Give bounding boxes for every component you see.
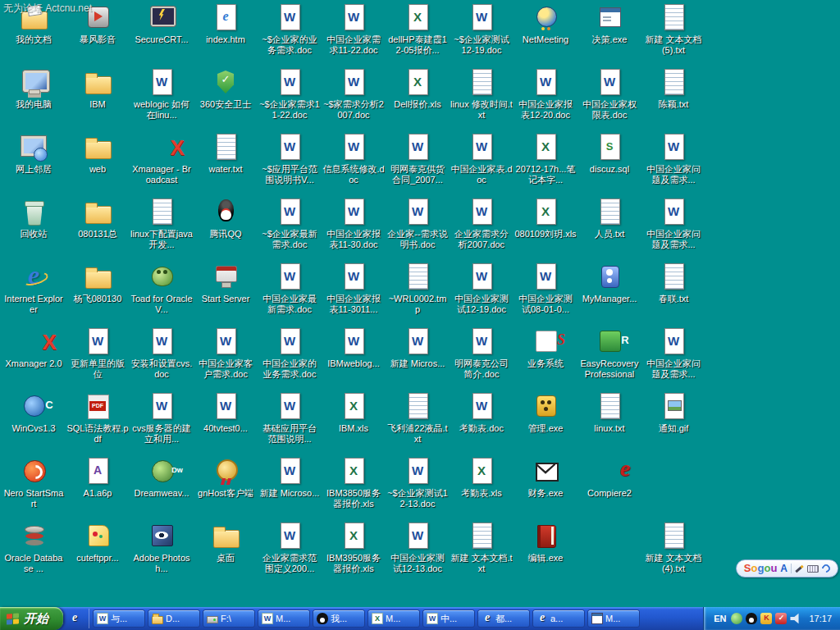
desktop-icon[interactable]: 新建 Micros... [386, 328, 449, 369]
desktop-icon[interactable]: 陈颖.txt [642, 69, 705, 110]
desktop-icon[interactable]: discuz.sql [578, 134, 641, 175]
desktop-icon[interactable]: 中国企业家需求11-22.doc [322, 4, 385, 56]
taskbar-task-button[interactable]: F:\ [203, 609, 255, 628]
desktop-icon[interactable]: linux 修改时间.txt [450, 69, 513, 121]
desktop-icon[interactable]: ~$企业家测试12-13.doc [386, 458, 449, 509]
start-button[interactable]: 开始 [0, 607, 63, 630]
desktop-icon[interactable]: IBMweblog... [322, 328, 385, 369]
desktop-icon[interactable]: dellHP泰建霞12-05报价... [386, 4, 449, 56]
desktop-icon[interactable]: linux.txt [578, 393, 641, 434]
desktop-icon[interactable]: Dell报价.xls [386, 69, 449, 110]
desktop-icon[interactable]: 中国企业家客户需求.doc [194, 328, 257, 380]
desktop-icon[interactable]: index.htm [194, 4, 257, 45]
desktop-icon[interactable]: ~WRL0002.tmp [386, 263, 449, 315]
desktop-icon[interactable]: 中国企业家问题及需求... [642, 328, 705, 380]
desktop-icon[interactable]: 360安全卫士 [194, 69, 257, 110]
desktop-icon[interactable]: 新建 Microso... [258, 458, 321, 499]
desktop-icon[interactable]: 决策.exe [578, 4, 641, 45]
desktop-icon[interactable]: MyManager... [578, 263, 641, 304]
wrench-icon[interactable] [820, 563, 832, 574]
desktop-icon[interactable]: Start Server [194, 263, 257, 304]
desktop-icon[interactable]: ~$企业家测试 12-19.doc [450, 4, 513, 56]
desktop-icon[interactable]: 编辑.exe [514, 523, 577, 564]
desktop-icon[interactable]: SQL语法教程.pdf [66, 393, 129, 445]
taskbar-task-button[interactable]: 与... [93, 609, 145, 628]
desktop-icon[interactable]: Internet Explorer [2, 263, 65, 315]
desktop-icon[interactable]: 中国企业家的业务需求.doc [258, 328, 321, 380]
desktop-icon[interactable]: Xmanager 2.0 [2, 328, 65, 369]
ie-quicklaunch-icon[interactable] [69, 613, 80, 624]
desktop-icon[interactable]: 中国企业家报表11-3011... [322, 263, 385, 315]
desktop-icon[interactable]: 20712-17h...笔记本字... [514, 134, 577, 185]
desktop-icon[interactable]: 中国企业家问题及需求... [642, 199, 705, 250]
desktop-icon[interactable]: IBM.xls [322, 393, 385, 434]
desktop-icon[interactable]: ~$应用平台范围说明书V... [258, 134, 321, 185]
desktop-icon[interactable]: Dreamweav... [130, 458, 193, 499]
desktop-icon[interactable]: 中国企业家报表11-30.doc [322, 199, 385, 250]
desktop-icon[interactable]: Xmanager - Broadcast [130, 134, 193, 185]
desktop-icon[interactable]: 明网泰克公司简介.doc [450, 328, 513, 380]
desktop-icon[interactable]: Nero StartSmart [2, 458, 65, 509]
taskbar-task-button[interactable]: M... [368, 609, 420, 628]
taskbar-task-button[interactable]: 我... [313, 609, 365, 628]
desktop-icon[interactable]: web [66, 134, 129, 175]
desktop-icon[interactable]: 飞利浦22液晶.txt [386, 393, 449, 445]
desktop-icon[interactable]: gnHost客户端 [194, 458, 257, 499]
taskbar-task-button[interactable]: 都... [477, 609, 530, 628]
desktop-icon[interactable]: IBM3850服务器报价.xls [322, 458, 385, 509]
desktop-icon[interactable]: 人员.txt [578, 199, 641, 240]
desktop-icon[interactable]: IBM3950服务器报价.xls [322, 523, 385, 574]
desktop-icon[interactable]: 财务.exe [514, 458, 577, 499]
messenger-icon[interactable] [731, 613, 742, 624]
desktop-icon[interactable]: 080131总 [66, 199, 129, 240]
desktop-icon[interactable]: 企业家需求分析2007.doc [450, 199, 513, 250]
desktop-icon[interactable]: 080109刘玥.xls [514, 199, 577, 240]
desktop-icon[interactable]: 中国企业家测试12-19.doc [450, 263, 513, 315]
desktop-icon[interactable]: cuteftppr... [66, 523, 129, 564]
desktop-icon[interactable]: 新建 文本文档 (5).txt [642, 4, 705, 56]
desktop-icon[interactable]: 回收站 [2, 199, 65, 240]
desktop-icon[interactable]: 春联.txt [642, 263, 705, 304]
sogou-input-bar[interactable]: Sogou A [736, 559, 838, 578]
taskbar-task-button[interactable]: M... [587, 609, 640, 628]
desktop-icon[interactable]: WinCvs1.3 [2, 393, 65, 434]
desktop-icon[interactable]: Toad for Oracle V... [130, 263, 193, 315]
desktop-icon[interactable]: ~$企业家的业务需求.doc [258, 4, 321, 56]
desktop-icon[interactable]: ~$企业家需求11-22.doc [258, 69, 321, 121]
desktop-icon[interactable]: 中国企业家表.doc [450, 134, 513, 185]
desktop-icon[interactable]: 明网泰克供货合同_2007... [386, 134, 449, 185]
desktop-icon[interactable]: ~$企业家最新需求.doc [258, 199, 321, 250]
desktop-icon[interactable]: 杨飞080130 [66, 263, 129, 304]
taskbar-task-button[interactable]: a... [532, 609, 585, 628]
desktop-icon[interactable]: Compiere2 [578, 458, 641, 499]
desktop-icon[interactable]: 中国企业家报表12-20.doc [514, 69, 577, 121]
desktop-icon[interactable]: Adobe Photosh... [130, 523, 193, 574]
desktop-icon[interactable]: 管理.exe [514, 393, 577, 434]
desktop-icon[interactable]: 桌面 [194, 523, 257, 564]
desktop-icon[interactable]: 新建 文本文档 (4).txt [642, 523, 705, 574]
desktop-icon[interactable]: A1.a6p [66, 458, 129, 499]
taskbar-task-button[interactable]: D... [148, 609, 200, 628]
desktop-icon[interactable]: NetMeeting [514, 4, 577, 45]
taskbar-task-button[interactable]: 中... [422, 609, 475, 628]
desktop-icon[interactable]: 腾讯QQ [194, 199, 257, 240]
desktop-icon[interactable]: ~$家需求分析2007.doc [322, 69, 385, 121]
language-indicator[interactable]: EN [714, 614, 726, 623]
desktop-icon[interactable]: IBM [66, 69, 129, 110]
desktop-icon[interactable]: linux下配置java开发... [130, 199, 193, 250]
kugou-icon[interactable] [760, 613, 772, 624]
desktop-icon[interactable]: 中国企业家权限表.doc [578, 69, 641, 121]
desktop-icon[interactable]: 我的电脑 [2, 69, 65, 110]
desktop-icon[interactable]: 网上邻居 [2, 134, 65, 175]
desktop-icon[interactable]: 业务系统 [514, 328, 577, 369]
desktop-icon[interactable]: 基础应用平台范围说明... [258, 393, 321, 445]
desktop-icon[interactable]: 中国企业家测试08-01-0... [514, 263, 577, 315]
desktop-icon[interactable]: 40tvtest0... [194, 393, 257, 434]
desktop-icon[interactable]: 更新单里的版位 [66, 328, 129, 380]
desktop-icon[interactable]: 企业家需求范围定义200... [258, 523, 321, 574]
desktop-icon[interactable]: 中国企业家测试12-13.doc [386, 523, 449, 574]
taskbar-task-button[interactable]: M... [258, 609, 310, 628]
desktop-icon[interactable]: 考勤表.doc [450, 393, 513, 434]
keyboard-icon[interactable] [807, 565, 819, 573]
security-icon[interactable] [775, 613, 787, 624]
